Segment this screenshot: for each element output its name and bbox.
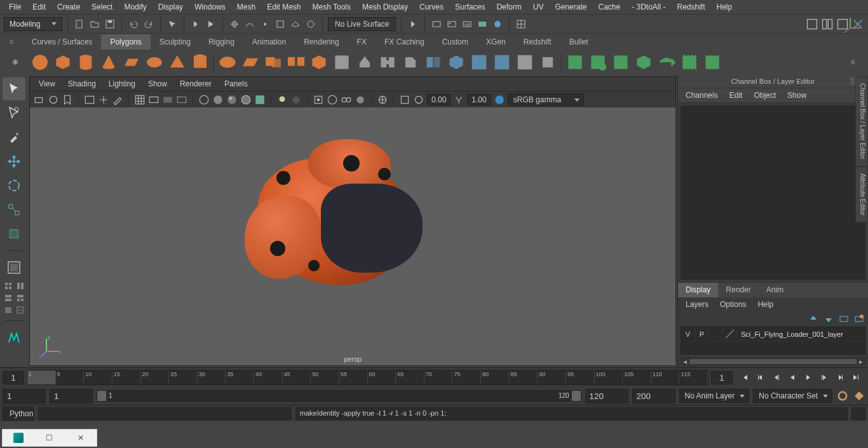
layer-color-swatch[interactable] [723,327,737,341]
render-globals-icon[interactable] [491,18,504,31]
viewport-canvas[interactable]: y x z persp [30,107,675,365]
append-icon[interactable] [470,53,489,72]
select-mode-icon[interactable] [166,18,179,31]
single-pane-icon[interactable] [3,256,25,279]
bevel-icon[interactable] [401,53,420,72]
vp-lock-camera-icon[interactable] [48,94,59,105]
scroll-right-icon[interactable]: ▸ [858,358,864,365]
boolean-icon[interactable] [332,53,351,72]
shelf-tab-redshift[interactable]: Redshift [515,34,560,50]
anim-layer-dropdown[interactable]: No Anim Layer [679,389,750,403]
taskbar-close-icon[interactable]: ✕ [71,431,90,445]
vp-lights-icon[interactable] [276,94,288,105]
command-language-dropdown[interactable]: Python [3,407,34,421]
shelf-handle-icon[interactable]: ≡ [0,34,23,50]
insert-edge-icon[interactable] [588,53,607,72]
tab-anim[interactable]: Anim [759,283,791,297]
menu-mesh-display[interactable]: Mesh Display [357,1,413,13]
menu-create[interactable]: Create [52,1,85,13]
time-ruler[interactable]: 1 5 10 15 20 25 30 35 40 45 50 55 60 65 … [27,370,709,385]
vp-menu-lighting[interactable]: Lighting [104,78,140,90]
redo-icon[interactable] [142,18,155,31]
step-forward-key-button[interactable] [833,371,847,384]
menu-mesh[interactable]: Mesh [232,1,261,13]
menu-3dtoall[interactable]: - 3DtoAll - [627,1,670,13]
vp-gamma-icon[interactable] [413,94,424,105]
shelf-tab-bullet[interactable]: Bullet [560,34,597,50]
shelf-tab-sculpting[interactable]: Sculpting [151,34,200,50]
target-weld-icon[interactable] [538,53,557,72]
layer-scrollbar[interactable]: ◂ ▸ [681,357,865,366]
menu-display[interactable]: Display [153,1,188,13]
layer-menu-options[interactable]: Options [715,298,751,311]
graph-editor-icon[interactable] [15,304,25,315]
menu-surfaces[interactable]: Surfaces [450,1,490,13]
layer-display-type[interactable] [709,327,723,341]
poly-cylinder-icon[interactable] [76,53,95,72]
vp-bookmarks-icon[interactable] [62,94,73,105]
command-input[interactable] [38,407,292,420]
edge-tab-attribute-editor[interactable]: Attribute Editor [855,166,868,222]
vp-wireframe-shaded-icon[interactable] [240,94,252,105]
current-time-field[interactable] [3,371,24,384]
vp-gamma-value-icon[interactable] [453,94,465,105]
layer-move-down-icon[interactable] [824,314,834,324]
cb-menu-show[interactable]: Show [782,89,811,102]
select-by-object-icon[interactable] [205,18,217,31]
cb-menu-object[interactable]: Object [749,89,781,102]
paint-select-tool[interactable] [3,126,25,149]
vp-gamma-toggle-icon[interactable] [399,94,410,105]
vp-exposure-value[interactable]: 0.00 [427,94,451,105]
vp-film-gate-icon[interactable] [148,94,159,105]
layer-name[interactable]: Sci_Fi_Flying_Loader_001_layer [737,330,865,338]
vp-menu-shading[interactable]: Shading [63,78,101,90]
merge-icon[interactable] [515,53,534,72]
snap-point-icon[interactable] [259,18,271,31]
menu-redshift[interactable]: Redshift [672,1,710,13]
menu-help[interactable]: Help [712,1,738,13]
layer-menu-layers[interactable]: Layers [681,298,714,311]
vp-menu-view[interactable]: View [34,78,60,90]
poly-cube-icon[interactable] [53,53,72,72]
connect-icon[interactable] [611,53,630,72]
vp-isolate-icon[interactable] [313,94,324,105]
layer-new-empty-icon[interactable] [839,314,849,324]
menu-curves[interactable]: Curves [414,1,449,13]
vp-xray-icon[interactable] [327,94,338,105]
shelf-tab-rigging[interactable]: Rigging [200,34,243,50]
shelf-tab-fx-caching[interactable]: FX Caching [376,34,433,50]
three-pane-icon[interactable] [15,292,25,303]
crease-icon[interactable] [680,53,699,72]
separate-icon[interactable] [287,53,306,72]
render-frame-icon[interactable] [430,18,443,31]
maya-logo-icon[interactable] [3,326,25,349]
extrude-icon[interactable] [355,53,374,72]
layer-move-up-icon[interactable] [808,314,818,324]
slide-edge-icon[interactable] [657,53,676,72]
vp-gamma-value[interactable]: 1.00 [467,94,491,105]
combine-icon[interactable] [264,53,283,72]
menu-deform[interactable]: Deform [491,1,526,13]
shelf-tab-rendering[interactable]: Rendering [295,34,348,50]
range-handle-end[interactable] [572,391,581,401]
cb-menu-channels[interactable]: Channels [681,89,723,102]
layer-visibility-toggle[interactable]: V [681,327,695,341]
render-view-icon[interactable] [476,18,489,31]
vp-menu-show[interactable]: Show [143,78,172,90]
layer-row[interactable]: V P Sci_Fi_Flying_Loader_001_layer [681,327,865,341]
auto-key-icon[interactable] [836,390,849,402]
vp-xray-joints-icon[interactable] [341,94,352,105]
step-back-key-button[interactable] [754,371,768,384]
range-inner-start-field[interactable] [50,389,93,404]
new-scene-icon[interactable] [73,18,86,31]
snap-plane-icon[interactable] [289,18,302,31]
save-scene-icon[interactable] [104,18,116,31]
vp-grease-pencil-icon[interactable] [112,94,123,105]
script-editor-button[interactable] [851,407,865,420]
triangulate-icon[interactable] [703,53,722,72]
vp-grid-icon[interactable] [134,94,146,105]
menu-edit[interactable]: Edit [27,1,51,13]
poly-svg-icon[interactable] [241,53,260,72]
shelf-tab-custom[interactable]: Custom [433,34,477,50]
shelf-tab-fx[interactable]: FX [348,34,376,50]
